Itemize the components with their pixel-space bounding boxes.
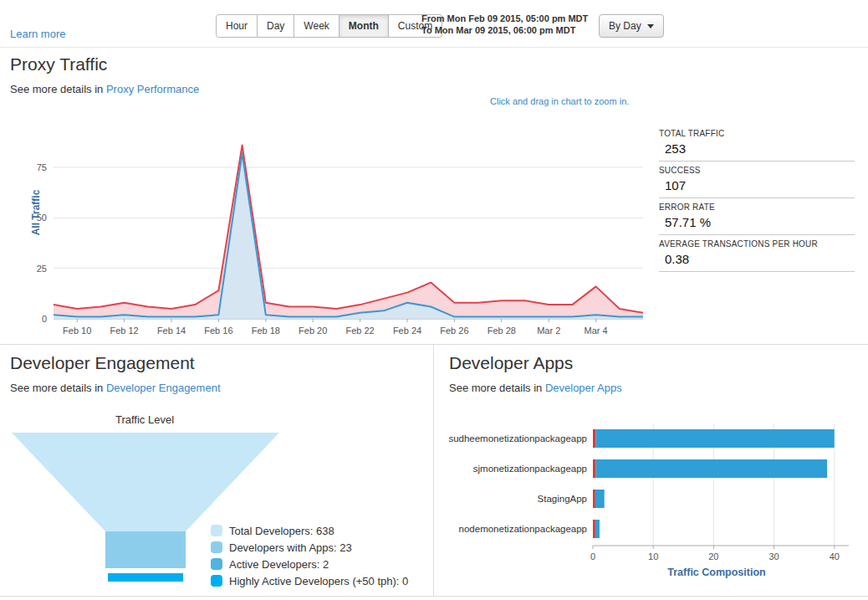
bar-segment-success — [596, 429, 835, 448]
x-tick-label: Feb 18 — [252, 326, 280, 336]
series-line-All Traffic — [54, 145, 643, 312]
stat-value: 107 — [659, 175, 855, 192]
subtitle-prefix: See more details in — [10, 83, 106, 95]
bar-category-label: StagingApp — [538, 494, 587, 504]
legend-swatch-total-developers — [211, 525, 222, 536]
x-tick-label: Feb 14 — [157, 326, 186, 336]
header: Learn more Hour Day Week Month Custom Fr… — [0, 0, 868, 48]
funnel-stage-with-apps — [105, 531, 186, 568]
x-axis-label: Traffic Composition — [667, 567, 765, 578]
y-tick-label: 0 — [42, 314, 47, 324]
bar-segment-success — [595, 490, 605, 508]
legend-swatch-highly-active-developers — [211, 575, 222, 587]
x-tick-label: Feb 10 — [63, 326, 91, 336]
x-tick-label: Feb 20 — [299, 326, 327, 336]
chevron-down-icon — [647, 24, 654, 28]
proxy-traffic-chart[interactable]: 0255075Feb 10Feb 12Feb 14Feb 16Feb 18Feb… — [5, 126, 653, 354]
legend-item: Active Developers: 2 — [211, 556, 408, 572]
legend-label: Active Developers: 2 — [229, 558, 329, 571]
funnel-stage-highly-active — [108, 573, 183, 582]
developer-apps-chart: 010203040sudheemonetizationpackageappsjm… — [434, 417, 862, 587]
legend-label: Developers with Apps: 23 — [229, 541, 352, 554]
stat-value: 57.71 % — [659, 212, 855, 229]
x-tick-label: 0 — [590, 551, 595, 562]
stat-label: ERROR RATE — [659, 203, 855, 212]
legend-label: Total Developers: 638 — [229, 525, 334, 537]
time-button-day[interactable]: Day — [258, 14, 294, 38]
granularity-dropdown[interactable]: By Day — [599, 14, 664, 38]
bar-category-label: sudheemonetizationpackageapp — [448, 433, 587, 444]
bar-segment-error — [593, 429, 596, 448]
funnel-title: Traffic Level — [7, 413, 283, 426]
legend-swatch-active-developers — [211, 558, 222, 570]
developer-engagement-link[interactable]: Developer Engagement — [106, 382, 221, 394]
subtitle-prefix: See more details in — [10, 382, 106, 394]
series-line-Success — [54, 153, 643, 316]
date-range-text: From Mon Feb 09 2015, 05:00 pm MDT To Mo… — [421, 13, 588, 36]
proxy-performance-link[interactable]: Proxy Performance — [106, 83, 199, 95]
x-tick-label: Feb 12 — [110, 326, 138, 336]
x-tick-label: Feb 28 — [488, 326, 516, 336]
legend-item: Developers with Apps: 23 — [211, 539, 408, 556]
legend-swatch-developers-with-apps — [211, 541, 222, 553]
x-tick-label: Mar 4 — [585, 326, 608, 336]
bar-segment-error — [593, 490, 595, 508]
subtitle-prefix: See more details in — [449, 382, 545, 394]
stat-avg-tph: AVERAGE TRANSACTIONS PER HOUR 0.38 — [659, 235, 855, 272]
line-chart-svg[interactable]: 0255075Feb 10Feb 12Feb 14Feb 16Feb 18Feb… — [5, 126, 653, 351]
x-tick-label: 40 — [830, 551, 840, 562]
x-tick-label: Feb 22 — [345, 326, 374, 336]
stat-error-rate: ERROR RATE 57.71 % — [659, 198, 855, 235]
page-title: Proxy Traffic — [10, 54, 107, 74]
bottom-sections: Developer Engagement See more details in… — [0, 345, 868, 597]
bar-segment-success — [596, 459, 828, 478]
x-tick-label: Feb 16 — [204, 326, 232, 336]
date-from: From Mon Feb 09 2015, 05:00 pm MDT — [421, 13, 588, 24]
legend-item: Total Developers: 638 — [211, 522, 408, 539]
stat-label: TOTAL TRAFFIC — [659, 129, 855, 138]
funnel-stage-total — [12, 433, 279, 531]
stat-label: AVERAGE TRANSACTIONS PER HOUR — [659, 239, 855, 249]
developer-engagement-title: Developer Engagement — [10, 353, 195, 373]
developer-engagement-subtitle: See more details in Developer Engagement — [10, 382, 221, 394]
date-to: To Mon Mar 09 2015, 06:00 pm MDT — [421, 24, 588, 36]
x-tick-label: 30 — [768, 551, 779, 562]
funnel-legend: Total Developers: 638 Developers with Ap… — [211, 522, 408, 589]
legend-item: Highly Active Developers (+50 tph): 0 — [211, 572, 408, 589]
x-tick-label: Feb 26 — [440, 326, 468, 336]
stat-success: SUCCESS 107 — [659, 162, 855, 198]
stat-total-traffic: TOTAL TRAFFIC 253 — [659, 125, 855, 162]
legend-label: Highly Active Developers (+50 tph): 0 — [229, 575, 408, 587]
series-area-All Traffic — [54, 145, 643, 319]
bar-chart-svg: 010203040sudheemonetizationpackageappsjm… — [434, 417, 862, 584]
y-axis-label: All Traffic — [30, 150, 42, 275]
learn-more-link[interactable]: Learn more — [10, 28, 65, 40]
x-tick-label: 20 — [708, 551, 718, 562]
time-range-button-group: Hour Day Week Month Custom — [216, 14, 442, 38]
stat-value: 0.38 — [659, 249, 855, 266]
bar-segment-error — [593, 520, 595, 538]
x-tick-label: Mar 2 — [537, 326, 560, 336]
bar-segment-error — [593, 459, 596, 478]
time-button-week[interactable]: Week — [294, 14, 339, 38]
developer-apps-subtitle: See more details in Developer Apps — [449, 382, 622, 394]
bar-category-label: sjmonetizationpackageapp — [473, 464, 587, 474]
zoom-hint-text: Click and drag in chart to zoom in. — [490, 96, 629, 106]
developer-apps-title: Developer Apps — [449, 353, 573, 373]
series-area-Success — [54, 153, 643, 319]
stats-panel: TOTAL TRAFFIC 253 SUCCESS 107 ERROR RATE… — [659, 125, 855, 272]
granularity-label: By Day — [609, 20, 641, 32]
x-tick-label: 10 — [648, 551, 658, 562]
stat-value: 253 — [659, 138, 855, 156]
bar-segment-success — [595, 520, 600, 538]
developer-apps-link[interactable]: Developer Apps — [545, 382, 622, 394]
proxy-traffic-section: Proxy Traffic See more details in Proxy … — [0, 48, 868, 345]
developer-apps-section: Developer Apps See more details in Devel… — [434, 345, 868, 596]
time-button-hour[interactable]: Hour — [216, 14, 258, 38]
bar-category-label: nodemonetizationpackageapp — [459, 524, 587, 534]
time-button-month[interactable]: Month — [340, 14, 389, 38]
proxy-subtitle: See more details in Proxy Performance — [10, 83, 199, 95]
developer-engagement-section: Developer Engagement See more details in… — [0, 345, 434, 596]
x-tick-label: Feb 24 — [393, 326, 421, 336]
stat-label: SUCCESS — [659, 166, 855, 175]
